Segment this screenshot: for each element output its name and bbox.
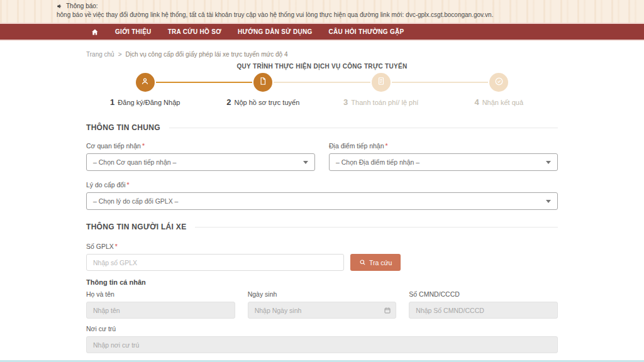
so-cmnd-cccd-input[interactable] (409, 302, 558, 319)
section-divider (169, 128, 558, 128)
megaphone-icon (57, 3, 63, 9)
step-nhan-ket-qua: 4 Nhận kết quả (440, 73, 558, 107)
label-ngay-sinh: Ngày sinh (248, 290, 397, 298)
section-title-driver: THÔNG TIN NGƯỜI LÁI XE (86, 222, 186, 231)
user-icon (140, 77, 150, 89)
select-co-quan-tiep-nhan[interactable]: – Chọn Cơ quan tiếp nhận – (86, 153, 315, 171)
main-navbar: GIỚI THIỆU TRA CỨU HỒ SƠ HƯỚNG DẪN SỬ DỤ… (0, 24, 644, 41)
step-thanh-toan: 3 Thanh toán phí/ lệ phí (322, 73, 440, 107)
label-dia-diem-tiep-nhan: Địa điểm tiếp nhận* (329, 142, 558, 150)
step-nop-ho-so: 2 Nộp hồ sơ trực tuyến (204, 73, 323, 107)
notice-title: Thông báo: (66, 3, 98, 9)
check-circle-icon (494, 77, 504, 89)
step-2-circle (253, 73, 272, 92)
breadcrumb-current: Dịch vụ công cấp đổi giấy phép lái xe tr… (126, 51, 288, 58)
home-icon[interactable] (91, 28, 99, 36)
document-icon (258, 77, 267, 88)
process-stepper: 1 Đăng ký/Đăng Nhập 2 Nộp hồ sơ trực tuy… (86, 73, 558, 107)
so-gplx-input[interactable] (86, 254, 344, 271)
nav-item-cau-hoi[interactable]: CÂU HỎI THƯỜNG GẶP (329, 28, 404, 35)
select-dia-diem-tiep-nhan[interactable]: – Chọn Địa điểm tiếp nhận – (329, 153, 558, 171)
notice-message: hông báo về việc thay đổi đường link hệ … (57, 11, 635, 18)
section-divider (195, 227, 558, 228)
step-2-number: 2 (226, 97, 231, 107)
label-ho-va-ten: Họ và tên (86, 290, 235, 298)
required-asterisk: * (115, 243, 118, 250)
required-asterisk: * (386, 142, 388, 150)
step-1-number: 1 (110, 97, 114, 107)
nav-item-tra-cuu-ho-so[interactable]: TRA CỨU HỒ SƠ (168, 28, 221, 35)
ho-va-ten-input[interactable] (86, 302, 235, 319)
step-2-label: Nộp hồ sơ trực tuyến (234, 99, 299, 106)
select-ly-do-value: – Chọn lý do cấp đổi GPLX – (93, 197, 178, 205)
step-3-circle (372, 73, 391, 92)
nav-item-gioi-thieu[interactable]: GIỚI THIỆU (115, 28, 152, 35)
ngay-sinh-input[interactable] (248, 302, 397, 319)
label-co-quan-tiep-nhan: Cơ quan tiếp nhận* (86, 142, 315, 150)
step-dang-ky: 1 Đăng ký/Đăng Nhập (86, 73, 204, 107)
tra-cuu-label: Tra cứu (369, 259, 392, 266)
step-1-circle (136, 73, 155, 92)
label-ly-do-cap-doi: Lý do cấp đổi* (86, 181, 558, 189)
search-icon (359, 259, 366, 266)
section-thong-tin-chung: THÔNG TIN CHUNG (86, 123, 558, 132)
stepper-title: QUY TRÌNH THỰC HIỆN DỊCH VỤ CÔNG TRỰC TU… (86, 63, 558, 70)
subsection-thong-tin-ca-nhan: Thông tin cá nhân (86, 278, 558, 286)
nav-item-huong-dan[interactable]: HƯỚNG DẪN SỬ DỤNG (238, 28, 313, 35)
select-co-quan-value: – Chọn Cơ quan tiếp nhận – (93, 158, 176, 166)
chevron-down-icon (303, 161, 308, 164)
breadcrumb-separator: > (118, 51, 122, 58)
section-title-general: THÔNG TIN CHUNG (86, 123, 160, 132)
step-4-label: Nhận kết quả (482, 99, 523, 106)
label-so-gplx: Số GPLX* (86, 243, 558, 250)
noi-cu-tru-input[interactable] (86, 336, 558, 353)
breadcrumb-home[interactable]: Trang chủ (86, 51, 114, 58)
step-3-label: Thanh toán phí/ lệ phí (351, 99, 418, 106)
required-asterisk: * (142, 142, 145, 150)
step-1-label: Đăng ký/Đăng Nhập (118, 99, 180, 106)
required-asterisk: * (126, 181, 129, 189)
step-3-number: 3 (343, 97, 348, 107)
step-4-circle (489, 73, 508, 92)
chevron-down-icon (546, 161, 551, 164)
label-so-cmnd-cccd: Số CMND/CCCD (409, 290, 558, 298)
label-noi-cu-tru: Nơi cư trú (86, 325, 558, 332)
receipt-icon (377, 77, 386, 88)
select-dia-diem-value: – Chọn Địa điểm tiếp nhận – (336, 158, 419, 166)
step-4-number: 4 (474, 97, 479, 107)
notice-bar: Thông báo: hông báo về việc thay đổi đườ… (0, 0, 644, 24)
breadcrumb: Trang chủ > Dịch vụ công cấp đổi giấy ph… (86, 41, 558, 58)
chevron-down-icon (546, 200, 551, 203)
calendar-icon[interactable] (384, 305, 391, 317)
section-thong-tin-nguoi-lai-xe: THÔNG TIN NGƯỜI LÁI XE (86, 222, 558, 231)
tra-cuu-button[interactable]: Tra cứu (350, 254, 401, 271)
select-ly-do-cap-doi[interactable]: – Chọn lý do cấp đổi GPLX – (86, 192, 558, 210)
